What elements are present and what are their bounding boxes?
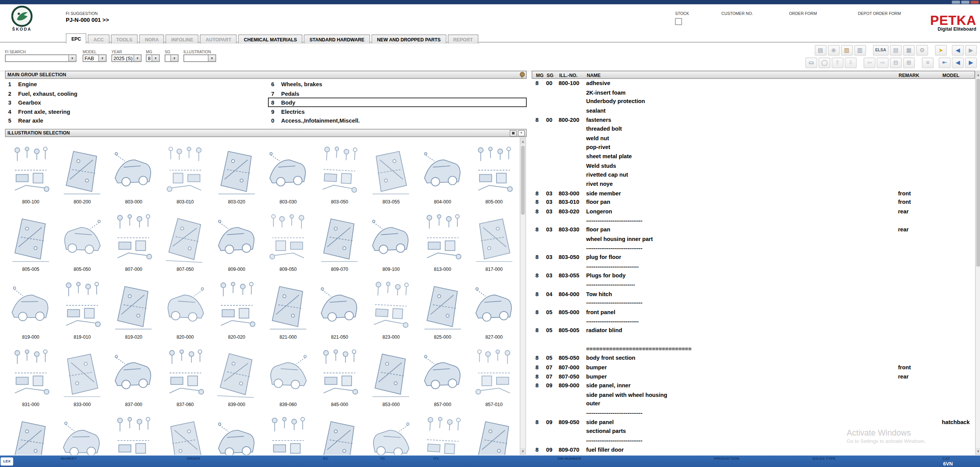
illustration-thumb-819-010[interactable]: 819-010 [56, 273, 108, 340]
parts-scrollbar[interactable]: ▲ ▼ [975, 71, 980, 455]
parts-row-803-050[interactable]: 803803-050plug for floor [532, 253, 975, 262]
close-button[interactable] [971, 1, 979, 4]
year-select[interactable]: 2025 (S) ▼ [112, 54, 141, 62]
parts-row[interactable]: sheet metal plate [532, 152, 975, 161]
illustration-thumb[interactable] [262, 408, 314, 455]
parts-row[interactable]: -------------------------- [532, 280, 975, 290]
parts-row[interactable]: threaded bolt [532, 125, 975, 134]
scroll-thumb[interactable] [976, 79, 980, 267]
scroll-up-icon[interactable]: ▲ [976, 71, 980, 77]
stamp-icon[interactable]: ▨ [841, 45, 853, 56]
illustration-thumb-839-060[interactable]: 839-060 [262, 341, 314, 408]
illustration-scrollbar[interactable]: ▲ ▼ [520, 138, 526, 455]
illustration-thumb-800-100[interactable]: 800-100 [5, 138, 56, 205]
tile-view-icon[interactable]: ▣ [510, 130, 517, 136]
sg-select[interactable]: ▼ [165, 54, 179, 62]
illustration-thumb-803-050[interactable]: 803-050 [314, 138, 365, 205]
layers-icon[interactable]: ⊟ [890, 57, 902, 68]
illustration-thumb-803-030[interactable]: 803-030 [262, 138, 314, 205]
parts-row[interactable]: Weld studs [532, 161, 975, 170]
scroll-down-icon[interactable]: ▼ [520, 448, 525, 454]
parts-row[interactable]: rivetted cap nut [532, 170, 975, 180]
chevron-down-icon[interactable]: ▼ [98, 55, 106, 61]
illustration-thumb-823-000[interactable]: 823-000 [365, 273, 417, 340]
parts-row[interactable]: ------------------------------ [532, 409, 975, 418]
illustration-thumb-839-000[interactable]: 839-000 [211, 341, 262, 408]
illustration-thumb-845-000[interactable]: 845-000 [314, 341, 365, 408]
fi-suggestion-value[interactable]: PJ-N-000 001 >> [66, 17, 109, 23]
pointer-icon[interactable]: ➤ [935, 45, 947, 56]
illustration-thumb-857-010[interactable]: 857-010 [468, 341, 520, 408]
mg-select[interactable]: 8 ▼ [146, 54, 160, 62]
document-icon[interactable]: ▤ [890, 45, 902, 56]
parts-row-803-055[interactable]: 803803-055Plugs for body [532, 271, 975, 280]
prev-page-icon[interactable]: ◀ [952, 57, 964, 68]
main-group-item-wheels-brakes[interactable]: 6Wheels, brakes [268, 79, 527, 88]
parts-row-809-000[interactable]: 809809-000side panel, inner [532, 381, 975, 390]
nav-back-icon[interactable]: ◀ [952, 45, 964, 56]
illustration-thumb-820-020[interactable]: 820-020 [211, 273, 262, 340]
pin-icon[interactable] [520, 72, 525, 77]
parts-row[interactable]: ---------------------------- [532, 317, 975, 326]
illustration-thumb-857-000[interactable]: 857-000 [417, 341, 468, 408]
illustration-thumb[interactable] [159, 408, 211, 455]
main-group-item-fuel-exhaust-cooling[interactable]: 2Fuel, exhaust, cooling [5, 88, 268, 98]
main-group-item-access-infotainment-miscell[interactable]: 0Access.,Infotainment,Miscell. [268, 116, 527, 125]
illustration-thumb-807-050[interactable]: 807-050 [159, 205, 211, 273]
parts-row[interactable] [532, 335, 975, 344]
stock-checkbox[interactable] [675, 18, 682, 25]
illustration-thumb-803-010[interactable]: 803-010 [159, 138, 211, 205]
parts-row[interactable]: sealant [532, 107, 975, 116]
illustration-thumb-819-000[interactable]: 819-000 [5, 273, 56, 340]
zoom-icon[interactable]: ⊕ [828, 45, 840, 56]
scroll-thumb[interactable] [521, 146, 525, 215]
illustration-thumb[interactable] [5, 408, 56, 455]
parts-row[interactable]: ---------------------------- [532, 262, 975, 271]
parts-row-807-000[interactable]: 807807-000bumperfront [532, 363, 975, 372]
illustration-thumb[interactable] [365, 408, 417, 455]
illustration-thumb[interactable] [417, 408, 468, 455]
illustration-thumb-803-000[interactable]: 803-000 [108, 138, 159, 205]
arrow-up-icon[interactable]: ⇧ [832, 57, 844, 68]
model-select[interactable]: FAB ▼ [83, 54, 107, 62]
chevron-down-icon[interactable]: ▼ [133, 55, 141, 61]
parts-row[interactable]: side panel with wheel housing [532, 390, 975, 400]
elsa-button[interactable]: ELSA [873, 45, 888, 56]
illustration-thumb-837-000[interactable]: 837-000 [108, 341, 159, 408]
parts-row-803-010[interactable]: 803803-010floor panfront [532, 198, 975, 207]
illustration-thumb-820-000[interactable]: 820-000 [159, 273, 211, 340]
illustration-thumb-853-000[interactable]: 853-000 [365, 341, 417, 408]
illustration-thumb[interactable] [314, 408, 365, 455]
illustration-thumb-805-000[interactable]: 805-000 [468, 138, 520, 205]
status-circle-icon[interactable]: ◯ [819, 57, 830, 68]
parts-row[interactable]: ================================ [532, 344, 975, 354]
parts-row-805-050[interactable]: 805805-050body front section [532, 354, 975, 363]
scroll-up-icon[interactable]: ▲ [520, 138, 525, 144]
main-group-item-electrics[interactable]: 9Electrics [268, 107, 527, 116]
main-group-item-rear-axle[interactable]: 5Rear axle [5, 116, 268, 125]
tag-icon[interactable]: ⊞ [903, 57, 915, 68]
illustration-thumb-800-200[interactable]: 800-200 [56, 138, 108, 205]
parts-row[interactable]: ------------------------------ [532, 244, 975, 253]
illustration-thumb[interactable] [468, 408, 520, 455]
next-page-icon[interactable]: ▶ [965, 57, 977, 68]
parts-row-803-020[interactable]: 803803-020Longeronrear [532, 207, 975, 216]
main-group-item-body[interactable]: 8Body [268, 98, 527, 107]
parts-row[interactable]: ------------------------------ [532, 299, 975, 308]
scroll-down-icon[interactable]: ▼ [976, 448, 980, 454]
illustration-select[interactable]: ▼ [184, 54, 216, 62]
parts-row-805-000[interactable]: 805805-000front panel [532, 308, 975, 317]
illustration-thumb-807-000[interactable]: 807-000 [108, 205, 159, 273]
main-group-item-engine[interactable]: 1Engine [5, 79, 268, 88]
illustration-thumb-833-000[interactable]: 833-000 [56, 341, 108, 408]
arrow-down-icon[interactable]: ⇩ [845, 57, 857, 68]
parts-row[interactable]: outer [532, 400, 975, 409]
illustration-thumb[interactable] [56, 408, 108, 455]
illustration-thumb-827-000[interactable]: 827-000 [468, 273, 520, 340]
first-page-icon[interactable]: ⇤ [939, 57, 950, 68]
parts-row-809-070[interactable]: 809809-070fuel filler door [532, 445, 975, 454]
parts-row-809-050[interactable]: 809809-050side panelhatchback [532, 418, 975, 427]
monitor-icon[interactable]: ▭ [805, 57, 817, 68]
illustration-thumb-809-050[interactable]: 809-050 [262, 205, 314, 273]
parts-row[interactable]: 2K-insert foam [532, 88, 975, 97]
